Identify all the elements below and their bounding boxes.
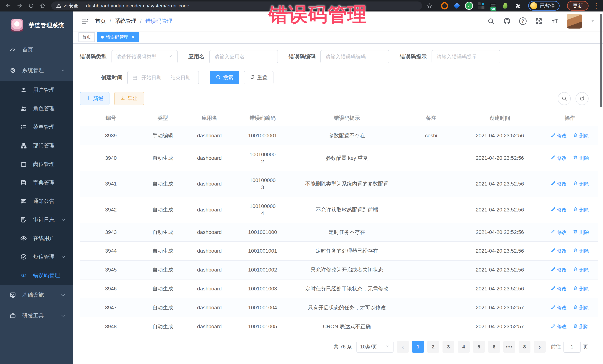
help-icon[interactable] [519, 17, 527, 25]
avatar-caret-icon[interactable] [590, 19, 595, 23]
sidebar-item-error-code[interactable]: 错误码管理 [0, 266, 73, 285]
page-scrollbar-thumb[interactable] [600, 14, 602, 107]
page-button[interactable]: 4 [458, 341, 470, 353]
page-button[interactable]: 3 [442, 341, 454, 353]
sidebar-item-role[interactable]: 角色管理 [0, 99, 73, 118]
app-logo[interactable]: 芋道管理系统 [0, 11, 73, 39]
security-warning-icon[interactable] [56, 3, 62, 9]
browser-update-button[interactable]: 更新 [567, 1, 589, 11]
reset-button[interactable]: 重置 [244, 71, 274, 84]
sidebar-item-audit-log[interactable]: 审计日志 [0, 210, 73, 229]
page-button[interactable]: 8 [519, 341, 531, 353]
edit-button[interactable]: 修改 [551, 323, 567, 330]
reload-icon[interactable] [26, 2, 36, 10]
sidebar-item-sms[interactable]: 短信管理 [0, 248, 73, 266]
font-size-icon[interactable] [551, 17, 558, 25]
error-code-table: 编号类型应用名错误码编码错误码提示备注创建时间操作 3939 手动编辑 dash… [80, 110, 598, 336]
fullscreen-icon[interactable] [535, 17, 543, 25]
breadcrumb-item[interactable]: 首页 [95, 17, 115, 25]
delete-button[interactable]: 删除 [573, 267, 589, 273]
view-tab[interactable]: 首页 × [79, 32, 95, 42]
extensions-puzzle-icon[interactable] [514, 2, 521, 9]
sidebar-item-dept[interactable]: 部门管理 [0, 136, 73, 155]
error-type-select[interactable]: 请选择错误码类型 [112, 50, 178, 63]
search-button[interactable]: 搜索 [210, 71, 239, 84]
delete-button[interactable]: 删除 [573, 248, 589, 254]
refresh-table-button[interactable] [576, 92, 589, 105]
view-tab[interactable]: 错误码管理 × [97, 32, 139, 42]
extension-icon-orange-ring[interactable] [441, 2, 448, 9]
chevron-down-icon [385, 344, 390, 350]
extension-icon-list[interactable]: on [490, 2, 497, 9]
delete-button[interactable]: 删除 [573, 155, 589, 161]
next-page-button[interactable]: › [534, 341, 546, 353]
edit-icon [551, 207, 556, 213]
logo-image [11, 19, 23, 32]
cell-app: dashboard [184, 242, 235, 260]
extension-icon-green-check[interactable] [465, 2, 473, 9]
edit-button[interactable]: 修改 [551, 248, 567, 254]
page-button[interactable]: 2 [427, 341, 439, 353]
cell-created: 2021-04-20 23:52:56 [458, 171, 541, 197]
edit-button[interactable]: 修改 [551, 286, 567, 292]
page-button[interactable]: 5 [473, 341, 485, 353]
close-tab-icon[interactable]: × [130, 34, 136, 40]
edit-button[interactable]: 修改 [551, 267, 567, 273]
breadcrumb-item[interactable]: 错误码管理 [145, 17, 172, 25]
delete-button[interactable]: 删除 [573, 229, 589, 236]
page-button[interactable]: 1 [412, 341, 424, 353]
browser-menu-icon[interactable]: ⋮ [593, 2, 600, 10]
sidebar-item-dev-tools[interactable]: 研发工具 [0, 305, 73, 326]
sidebar-item-infra[interactable]: 基础设施 [0, 285, 73, 305]
address-bar[interactable]: 不安全 dashboard.yudao.iocoder.cn/system/er… [51, 1, 422, 10]
page-button[interactable]: 6 [488, 341, 500, 353]
browser-profile-chip[interactable]: 已暂停 [528, 1, 560, 11]
breadcrumb-item[interactable]: 系统管理 [115, 17, 145, 25]
sidebar-item-home[interactable]: 首页 [0, 39, 73, 60]
search-icon[interactable] [487, 17, 495, 25]
sidebar-item-system[interactable]: 系统管理 [0, 60, 73, 81]
page-size-select[interactable]: 10条/页 [356, 341, 394, 353]
sidebar-item-online-user[interactable]: 在线用户 [0, 229, 73, 248]
delete-button[interactable]: 删除 [573, 132, 589, 139]
export-button[interactable]: 导出 [114, 92, 144, 105]
extension-icon-leaf[interactable] [502, 2, 509, 9]
edit-button[interactable]: 修改 [551, 207, 567, 213]
sidebar-item-post[interactable]: 岗位管理 [0, 155, 73, 174]
edit-button[interactable]: 修改 [551, 305, 567, 311]
sidebar-item-notice[interactable]: 通知公告 [0, 192, 73, 210]
sidebar-toggle-icon[interactable] [81, 17, 89, 25]
app-name-input[interactable] [214, 54, 273, 60]
back-icon[interactable] [3, 2, 13, 10]
delete-button[interactable]: 删除 [573, 286, 589, 292]
delete-button[interactable]: 删除 [573, 181, 589, 187]
extension-icon-blue-gem[interactable] [453, 2, 460, 9]
sidebar-item-menu[interactable]: 菜单管理 [0, 118, 73, 136]
add-button[interactable]: 新增 [80, 92, 109, 105]
prev-page-button[interactable]: ‹ [397, 341, 409, 353]
edit-button[interactable]: 修改 [551, 181, 567, 187]
cell-hint: 参数配置 key 重复 [290, 145, 404, 171]
sidebar-item-dict[interactable]: 字典管理 [0, 174, 73, 192]
edit-button[interactable]: 修改 [551, 132, 567, 139]
goto-page-input[interactable] [564, 341, 580, 353]
cell-actions: 修改 删除 [541, 279, 599, 298]
edit-button[interactable]: 修改 [551, 155, 567, 161]
forward-icon[interactable] [15, 2, 24, 10]
edit-button[interactable]: 修改 [551, 229, 567, 236]
delete-icon [573, 229, 578, 236]
delete-button[interactable]: 删除 [573, 207, 589, 213]
user-avatar[interactable] [567, 14, 582, 29]
sidebar-item-user[interactable]: 用户管理 [0, 81, 73, 99]
extension-icon-squares[interactable] [478, 2, 485, 9]
toggle-search-button[interactable] [558, 92, 571, 105]
error-code-input[interactable] [325, 54, 384, 60]
home-icon[interactable] [38, 2, 47, 10]
error-hint-input[interactable] [436, 54, 495, 60]
delete-button[interactable]: 删除 [573, 323, 589, 330]
date-range-picker[interactable]: 开始日期 - 结束日期 [127, 71, 199, 84]
delete-button[interactable]: 删除 [573, 305, 589, 311]
bookmark-star-icon[interactable] [425, 2, 434, 10]
page-button[interactable]: ••• [503, 341, 515, 353]
github-icon[interactable] [503, 17, 510, 25]
